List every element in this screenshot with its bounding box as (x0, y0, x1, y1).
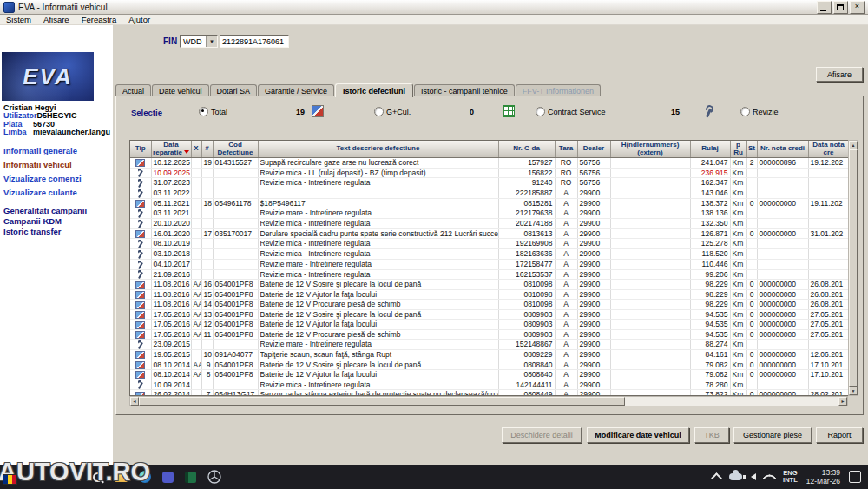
radio-option-revizie[interactable]: Revizie (740, 107, 779, 116)
vertical-scroll-thumb[interactable] (849, 149, 858, 387)
table-row[interactable]: 17.05.2016AA12054001PF8Baterie de 12 V A… (130, 320, 849, 330)
scroll-down-icon[interactable]: ▼ (849, 387, 858, 395)
horizontal-scroll-thumb[interactable] (139, 397, 625, 406)
deschidere-detalii-button[interactable]: Deschidere detalii (502, 427, 582, 443)
cell-cdate: 26.08.201 (808, 300, 849, 310)
maximize-button[interactable] (833, 1, 848, 14)
scroll-up-icon[interactable]: ▲ (849, 141, 858, 149)
tkb-button[interactable]: TKB (694, 427, 729, 443)
scroll-left-icon[interactable]: ◄ (130, 397, 139, 406)
table-row[interactable]: 03.10.2018Revizie mica - Intretinere reg… (130, 249, 849, 260)
col-header-x[interactable]: X (191, 141, 201, 158)
table-row[interactable]: 05.11.202118054961178$18P54961170815281A… (130, 198, 849, 208)
table-row[interactable]: 11.08.2016AA16054001PF8Baterie de 12 V S… (130, 280, 849, 290)
radio-icon[interactable] (536, 107, 545, 116)
volume-icon[interactable] (751, 473, 756, 480)
clock[interactable]: 13:39 12-Mar-26 (806, 468, 840, 486)
tab-garantie-service[interactable]: Garantie / Service (258, 84, 334, 96)
radio-option-contract-service[interactable]: Contract Service (536, 107, 606, 116)
radio-icon[interactable] (199, 107, 208, 116)
table-row[interactable]: 08.10.2014AA8054001PF8Baterie de 12 V Aj… (130, 370, 849, 380)
notification-center-icon[interactable] (849, 471, 861, 483)
chevron-up-icon[interactable] (711, 472, 722, 484)
table-row[interactable]: 10.09.2025Revizie mica - LL (rulaj depas… (130, 168, 849, 178)
sidebar-item-vizualizare-culante[interactable]: Vizualizare culante (3, 188, 113, 197)
table-row[interactable]: 10.12.202519014315527Supapă recirculare … (130, 158, 849, 169)
wmi-dropdown[interactable]: WDD ▼ (180, 35, 218, 48)
table-row[interactable]: 11.08.2016AA14054001PF8Baterie de 12 V P… (130, 300, 849, 310)
tab-dotari-sa[interactable]: Dotari SA (210, 84, 258, 96)
table-row[interactable]: 08.10.2014AA9054001PF8Baterie de 12 V So… (130, 360, 849, 370)
col-header-data-nota-credit[interactable]: Data nota cre (808, 141, 849, 158)
col-header-nr-cda[interactable]: Nr. C-da (498, 141, 555, 158)
col-header-st[interactable]: St (746, 141, 757, 158)
menu-afisare[interactable]: Afisare (37, 15, 76, 24)
table-row[interactable]: 11.08.2016AA15054001PF8Baterie de 12 V A… (130, 289, 849, 300)
vertical-scrollbar[interactable]: ▲ ▼ (848, 140, 858, 396)
tab-istoric-defectiuni[interactable]: Istoric defectiuni (335, 83, 413, 97)
col-header-tara[interactable]: Tara (555, 141, 577, 158)
table-row[interactable]: 08.10.2019Revizie mica - Intretinere reg… (130, 239, 849, 249)
afisare-button[interactable]: Afisare (816, 67, 863, 82)
gestionare-piese-button[interactable]: Gestionare piese (733, 427, 812, 443)
wifi-icon[interactable] (763, 472, 777, 486)
menu-ajutor[interactable]: Ajutor (122, 15, 156, 24)
teams-icon[interactable] (162, 472, 174, 483)
table-row[interactable]: 04.10.2017Revizie mare - Intretinere reg… (130, 259, 849, 269)
scroll-right-icon[interactable]: ► (838, 397, 847, 406)
col-header-rulaj[interactable]: Rulaj (690, 141, 730, 158)
table-row[interactable]: 10.09.2014Revizie mica - Intretinere reg… (130, 380, 849, 390)
col-header-tip-rulaj[interactable]: p Ru (730, 141, 746, 158)
raport-button[interactable]: Raport (816, 427, 863, 443)
col-header-handlernummer[interactable]: H(ndlernummers)(extern) (610, 141, 690, 158)
language-indicator[interactable]: ENG INTL (783, 470, 798, 484)
col-header-nr-nota-credit[interactable]: Nr. nota credi (757, 141, 808, 158)
tab-istoric-campanii-tehnice[interactable]: Istoric - campanii tehnice (414, 84, 515, 96)
col-header-text-descriere[interactable]: Text descriere defectiune (258, 141, 498, 158)
col-header-tip[interactable]: Tip (130, 141, 151, 158)
col-header-data-reparatie[interactable]: Data reparatie (151, 141, 191, 158)
minimize-button[interactable] (817, 1, 832, 14)
radio-option-total[interactable]: Total (199, 107, 227, 116)
sidebar-item-informatii-vehicul[interactable]: Informatii vehicul (3, 160, 113, 169)
excel-icon[interactable] (185, 472, 196, 483)
tab-date-vehicul[interactable]: Date vehicul (152, 84, 209, 96)
table-row[interactable]: 21.09.2016Revizie mica - Intretinere reg… (130, 269, 849, 280)
file-explorer-icon[interactable] (115, 472, 128, 482)
col-header-cod-defectiune[interactable]: Cod Defectiune (213, 141, 258, 158)
menu-fereastra[interactable]: Fereastra (76, 15, 123, 24)
sidebar-item-vizualizare-comenzi[interactable]: Vizualizare comenzi (3, 174, 113, 183)
table-row[interactable]: 31.07.2023Revizie mica - Intretinere reg… (130, 178, 849, 188)
table-row[interactable]: 16.01.202017035170017Derulare specială c… (130, 228, 849, 239)
mercedes-star-icon[interactable] (207, 470, 221, 484)
table-row[interactable]: 17.05.2016AA11054001PF8Baterie de 12 V P… (130, 329, 849, 340)
menu-sistem[interactable]: Sistem (0, 15, 37, 24)
edge-browser-icon[interactable] (139, 471, 151, 483)
radio-option-g-cul[interactable]: G+Cul. (374, 107, 411, 116)
table-row[interactable]: 23.09.2015Revizie mare - Intretinere reg… (130, 340, 849, 350)
table-row[interactable]: 19.05.201510091A04077Tapiţerie scaun, sc… (130, 350, 849, 360)
radio-icon[interactable] (740, 107, 750, 116)
col-header-dealer[interactable]: Dealer (577, 141, 610, 158)
close-button[interactable]: × (850, 1, 865, 14)
table-row[interactable]: 17.05.2016AA13054001PF8Baterie de 12 V S… (130, 309, 849, 320)
col-header-num[interactable]: # (201, 141, 213, 158)
sidebar-item-campanii-kdm[interactable]: Campanii KDM (3, 216, 113, 226)
table-row[interactable]: 20.10.2020Revizie mica - Intretinere reg… (130, 219, 849, 229)
sidebar-item-generalitati-campanii[interactable]: Generalitati campanii (3, 206, 113, 215)
horizontal-scrollbar[interactable]: ◄ ► (129, 396, 848, 406)
table-row[interactable]: 03.11.2022222185887A29900143.046Km (130, 188, 849, 199)
tab-actual[interactable]: Actual (115, 84, 151, 96)
sidebar-item-informatii-generale[interactable]: Informatii generale (3, 146, 113, 155)
chevron-down-icon[interactable]: ▼ (206, 36, 217, 47)
search-icon[interactable] (92, 472, 103, 483)
table-row[interactable]: 26.02.20147054H13G17Senzor radar stânga … (130, 390, 849, 396)
vin-input[interactable] (220, 35, 289, 48)
field-value: 56730 (33, 120, 55, 129)
modificare-date-vehicul-button[interactable]: Modificare date vehicul (587, 427, 689, 443)
table-row[interactable]: 03.11.2021Revizie mare - Intretinere reg… (130, 208, 849, 219)
tab-ffvt-informationen[interactable]: FFV-T Informationen (516, 84, 601, 96)
sidebar-item-istoric-transfer[interactable]: Istoric transfer (3, 227, 113, 236)
onedrive-cloud-icon[interactable] (729, 473, 742, 480)
radio-icon[interactable] (374, 107, 384, 116)
